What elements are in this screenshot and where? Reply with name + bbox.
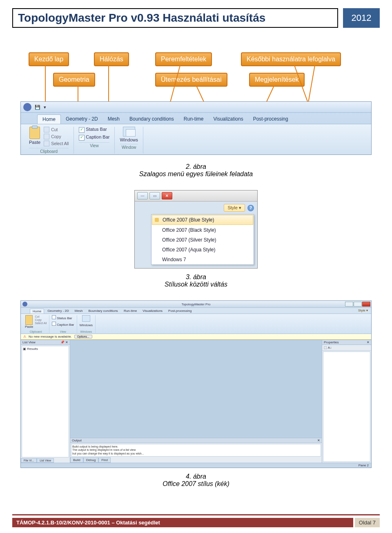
tab-runtime[interactable]: Run-time — [179, 114, 209, 124]
left-pane: List View📌 ✕ ▣ Results File Vi... List V… — [21, 340, 70, 463]
warning-icon: ⚠ — [23, 335, 26, 338]
cut-button[interactable]: Cut — [44, 127, 69, 132]
tab-mesh[interactable]: Mesh — [72, 309, 85, 314]
property-grid[interactable] — [323, 352, 370, 462]
copy-button[interactable]: Copy — [35, 318, 47, 321]
message-text: No new message is available. — [29, 335, 72, 338]
group-window: Windows Window — [115, 127, 143, 154]
style-button[interactable]: Style ▾ — [224, 204, 245, 212]
maximize-icon[interactable]: ▭ — [149, 192, 160, 199]
tab-postprocessing[interactable]: Post-processing — [166, 309, 194, 314]
style-option[interactable]: Office 2007 (Black Style) — [151, 225, 254, 235]
message-bar: ⚠ No new message is available. Options..… — [21, 334, 371, 340]
cut-button[interactable]: Cut — [35, 315, 47, 318]
page-footer: TÁMOP-4.2.1.B-10/2/KONV-2010-0001 – Okta… — [12, 514, 380, 527]
style-option[interactable]: Office 2007 (Blue Style) — [152, 215, 253, 225]
windows-icon — [82, 315, 90, 322]
options-button[interactable]: Options... — [74, 335, 92, 338]
tab-visualizations[interactable]: Visualizations — [208, 114, 248, 124]
help-icon[interactable]: ? — [247, 205, 254, 211]
select-all-button[interactable]: Select All — [44, 141, 69, 146]
tab-geometry[interactable]: Geometry - 2D — [45, 309, 71, 314]
page-header: TopologyMaster Pro v0.93 Használati utas… — [12, 8, 380, 28]
minimize-icon[interactable]: — — [137, 192, 148, 199]
windows-button[interactable]: Windows — [80, 323, 93, 327]
paste-button[interactable]: Paste — [29, 127, 40, 145]
tab-build[interactable]: Build — [70, 457, 83, 463]
paste-button[interactable]: Paste — [25, 315, 33, 330]
footer-project: TÁMOP-4.2.1.B-10/2/KONV-2010-0001 – Okta… — [12, 518, 353, 527]
window-controls: — ▭ ✕ — [135, 190, 257, 202]
select-all-button[interactable]: Select All — [35, 322, 47, 325]
app-title: TopologyMaster Pro — [181, 302, 210, 306]
figure-3-caption: 3. ábra Stílusok közötti váltás — [12, 273, 380, 288]
close-icon[interactable]: ✕ — [367, 340, 370, 344]
figure-style-menu: — ▭ ✕ Style ▾ ? Office 2007 (Blue Style)… — [134, 190, 258, 269]
app-tabs: Home Geometry - 2D Mesh Boundary conditi… — [21, 308, 371, 314]
style-button[interactable]: Style ▾ — [358, 309, 370, 314]
callout-bc: Peremfeltételek — [155, 52, 212, 66]
select-all-icon — [44, 141, 49, 146]
main-canvas[interactable]: Output✕ Build output is being displayed … — [70, 340, 322, 463]
output-text: Build output is being displayed here. Th… — [71, 444, 321, 457]
callout-area: Kezdő lap Hálózás Peremfeltételek Később… — [20, 52, 372, 101]
tab-fileview[interactable]: File Vi... — [21, 458, 37, 463]
down-icon[interactable]: ▾ — [44, 105, 46, 110]
quick-access-toolbar: 💾 ▾ — [21, 102, 371, 113]
app-logo-icon — [23, 103, 31, 111]
group-view: ✓Status Bar ✓Caption Bar View — [74, 127, 115, 154]
caption-bar-check[interactable]: ✓Caption Bar — [79, 134, 109, 141]
style-option[interactable]: Office 2007 (Aqua Style) — [151, 245, 254, 255]
tab-runtime[interactable]: Run-time — [121, 309, 139, 314]
footer-page: Oldal 7 — [353, 518, 380, 527]
tab-mesh[interactable]: Mesh — [103, 114, 125, 124]
save-icon[interactable]: 💾 — [35, 105, 40, 110]
callout-vis: Megjelenítések — [249, 73, 305, 87]
status-bar-check[interactable]: Status Bar — [52, 315, 74, 320]
cut-icon — [44, 127, 49, 132]
callout-reserved: Későbbi használatra lefoglalva — [241, 52, 341, 66]
close-icon[interactable]: ✕ — [162, 192, 172, 199]
tab-find[interactable]: Find — [98, 457, 111, 463]
style-option[interactable]: Windows 7 — [151, 255, 254, 264]
paste-icon — [29, 127, 40, 139]
copy-icon — [44, 134, 49, 139]
group-clipboard: Paste Cut Copy Select All Clipboard — [24, 127, 74, 154]
doc-title: TopologyMaster Pro v0.93 Használati utas… — [12, 8, 338, 28]
callout-geometry: Geometria — [53, 73, 95, 87]
pin-icon[interactable]: 📌 ✕ — [60, 340, 68, 344]
group-label: View — [79, 142, 109, 148]
close-icon[interactable]: ✕ — [317, 439, 320, 442]
tab-boundary[interactable]: Boundary conditions — [125, 114, 179, 124]
style-dropdown: Office 2007 (Blue Style) Office 2007 (Bl… — [151, 214, 254, 265]
copy-button[interactable]: Copy — [44, 134, 69, 139]
tab-boundary[interactable]: Boundary conditions — [86, 309, 120, 314]
app-logo-icon — [22, 302, 27, 307]
close-icon[interactable] — [362, 302, 370, 307]
list-view[interactable]: ▣ Results — [22, 346, 69, 457]
tab-visualizations[interactable]: Visualizations — [140, 309, 165, 314]
app-titlebar: TopologyMaster Pro — [21, 301, 371, 308]
tab-home[interactable]: Home — [37, 114, 61, 124]
figure-4-caption: 4. ábra Office 2007 stílus (kék) — [12, 473, 380, 488]
minimize-icon[interactable] — [345, 302, 353, 307]
tab-postprocessing[interactable]: Post-processing — [248, 114, 293, 124]
status-bar-check[interactable]: ✓Status Bar — [79, 127, 107, 133]
figure-2-caption: 2. ábra Szalagos menü egyes füleinek fel… — [12, 163, 380, 178]
tab-geometry[interactable]: Geometry - 2D — [61, 114, 103, 124]
app-body: List View📌 ✕ ▣ Results File Vi... List V… — [21, 340, 371, 463]
sort-icon[interactable]: ⬚ A↓ — [324, 346, 332, 349]
maximize-icon[interactable] — [354, 302, 362, 307]
ribbon-tabs: Home Geometry - 2D Mesh Boundary conditi… — [21, 113, 371, 124]
tree-item[interactable]: ▣ Results — [23, 347, 38, 351]
ribbon-body: Paste Cut Copy Select All Clipboard ✓Sta… — [21, 124, 371, 155]
callout-home: Kezdő lap — [29, 52, 69, 66]
callout-mesh: Hálózás — [94, 52, 129, 66]
paste-icon — [25, 315, 33, 325]
caption-bar-check[interactable]: Caption Bar — [52, 322, 74, 327]
tab-listview[interactable]: List View — [37, 458, 54, 463]
style-option[interactable]: Office 2007 (Silver Style) — [151, 235, 254, 245]
tab-home[interactable]: Home — [30, 309, 44, 314]
tab-debug[interactable]: Debug — [83, 457, 99, 463]
windows-button[interactable]: Windows — [120, 137, 138, 142]
